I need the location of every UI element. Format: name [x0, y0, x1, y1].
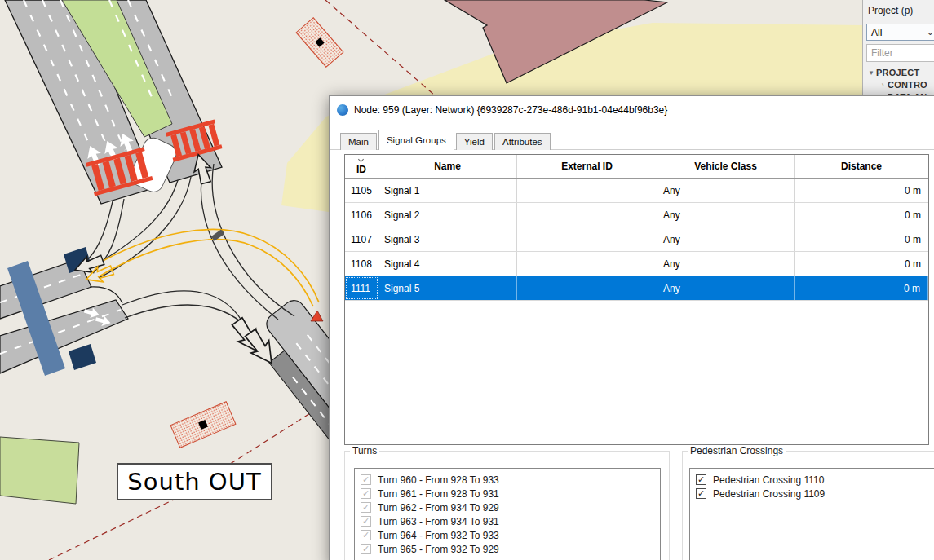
column-header-name[interactable]: Name	[378, 155, 517, 178]
turns-list[interactable]: ✓ Turn 960 - From 928 To 933 ✓ Turn 961 …	[354, 468, 661, 560]
column-header-id[interactable]: ID	[345, 155, 378, 178]
tree-item-control[interactable]: › CONTRO	[866, 78, 934, 90]
checkbox-checked-disabled-icon: ✓	[361, 544, 371, 554]
list-item[interactable]: ✓ Turn 964 - From 932 To 933	[355, 528, 660, 542]
list-item[interactable]: ✓ Turn 963 - From 934 To 931	[355, 514, 660, 528]
pedestrian-crossings-list[interactable]: ✓ Pedestrian Crossing 1110 ✓ Pedestrian …	[689, 468, 934, 560]
combo-selected-value: All	[871, 27, 882, 38]
checkbox-checked-icon[interactable]: ✓	[696, 474, 706, 485]
node-icon	[337, 104, 348, 116]
checkbox-checked-disabled-icon: ✓	[361, 530, 371, 540]
table-row[interactable]: 1106 Signal 2 Any 0 m	[345, 203, 928, 227]
list-item[interactable]: ✓ Turn 960 - From 928 To 933	[355, 473, 660, 487]
checkbox-checked-disabled-icon: ✓	[361, 516, 371, 527]
list-item[interactable]: ✓ Turn 962 - From 934 To 929	[355, 500, 660, 514]
table-row[interactable]: 1107 Signal 3 Any 0 m	[345, 227, 928, 252]
column-header-external-id[interactable]: External ID	[517, 155, 657, 178]
filter-input[interactable]	[866, 44, 934, 62]
table-row-selected[interactable]: 1111 Signal 5 Any 0 m	[345, 276, 928, 301]
sort-ascending-icon	[358, 157, 364, 162]
chevron-down-icon: ⌄	[927, 27, 934, 37]
project-panel-title: Project (p)	[868, 5, 934, 16]
table-header-row: ID Name External ID Vehicle Class Distan…	[345, 155, 928, 179]
column-header-distance[interactable]: Distance	[795, 155, 928, 178]
tab-attributes[interactable]: Attributes	[494, 133, 551, 150]
turns-groupbox-label: Turns	[350, 445, 379, 456]
tab-main[interactable]: Main	[340, 133, 377, 150]
tab-yield[interactable]: Yield	[456, 133, 493, 150]
pedestrian-crossings-groupbox-label: Pedestrian Crossings	[688, 445, 786, 456]
tree-item-project[interactable]: ▾ PROJECT	[866, 66, 934, 78]
list-item[interactable]: ✓ Pedestrian Crossing 1110	[690, 473, 934, 487]
project-filter-combo[interactable]: All ⌄	[866, 24, 934, 41]
green-zone-polygon	[0, 437, 79, 504]
checkbox-checked-disabled-icon: ✓	[361, 488, 371, 499]
checkbox-checked-icon[interactable]: ✓	[696, 488, 706, 499]
pedestrian-crossings-groupbox: Pedestrian Crossings ✓ Pedestrian Crossi…	[682, 451, 934, 560]
node-editor-dialog: Node: 959 (Layer: Network) {6939287c-273…	[329, 95, 934, 560]
checkbox-checked-disabled-icon: ✓	[361, 502, 371, 513]
dialog-titlebar[interactable]: Node: 959 (Layer: Network) {6939287c-273…	[330, 96, 934, 124]
list-item[interactable]: ✓ Turn 965 - From 932 To 929	[355, 542, 660, 556]
tab-signal-groups[interactable]: Signal Groups	[378, 130, 454, 150]
dialog-tabbar: Main Signal Groups Yield Attributes	[340, 130, 552, 150]
signal-groups-table[interactable]: ID Name External ID Vehicle Class Distan…	[344, 154, 929, 445]
map-text-label: South OUT	[117, 463, 272, 500]
dialog-title: Node: 959 (Layer: Network) {6939287c-273…	[354, 96, 667, 124]
application-window: South OUT Project (p) All ⌄ ▾ PROJECT › …	[0, 0, 934, 560]
column-header-vehicle-class[interactable]: Vehicle Class	[657, 155, 795, 178]
chevron-collapsed-icon[interactable]: ›	[878, 81, 888, 89]
chevron-expanded-icon[interactable]: ▾	[866, 68, 876, 77]
turns-groupbox: Turns ✓ Turn 960 - From 928 To 933 ✓ Tur…	[344, 451, 670, 560]
table-row[interactable]: 1105 Signal 1 Any 0 m	[345, 179, 928, 203]
checkbox-checked-disabled-icon: ✓	[361, 474, 371, 485]
list-item[interactable]: ✓ Pedestrian Crossing 1109	[690, 487, 934, 500]
list-item[interactable]: ✓ Turn 961 - From 928 To 931	[355, 487, 660, 500]
table-row[interactable]: 1108 Signal 4 Any 0 m	[345, 252, 928, 276]
